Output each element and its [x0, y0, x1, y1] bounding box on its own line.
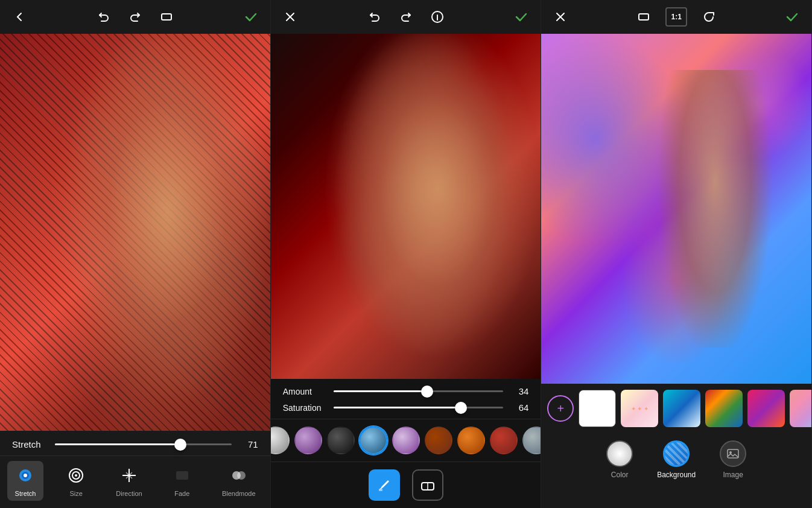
- bg-swatch-2[interactable]: [663, 390, 700, 427]
- amount-row: Amount 34: [283, 386, 529, 396]
- sliders-section: Amount 34 Saturation 64: [271, 379, 541, 419]
- svg-point-6: [75, 474, 77, 477]
- panel2-person: [271, 34, 541, 379]
- panel3-topbar: 1:1: [541, 0, 811, 34]
- saturation-row: Saturation 64: [283, 402, 529, 413]
- preset-purple[interactable]: [294, 427, 322, 454]
- blendmode-tab-label: Blendmode: [222, 490, 256, 497]
- bg-swatch-white[interactable]: [579, 390, 616, 427]
- panel2-info-button[interactable]: [428, 7, 447, 27]
- saturation-label: Saturation: [283, 403, 325, 413]
- preset-auburn[interactable]: [490, 427, 518, 454]
- amount-slider[interactable]: [334, 390, 504, 392]
- direction-icon: [118, 465, 140, 486]
- panel3-erase-button[interactable]: [634, 7, 653, 27]
- redo-button[interactable]: [125, 7, 145, 27]
- panel1-topbar: [0, 0, 270, 34]
- bg-type-tabs: Color Background Image: [541, 433, 811, 484]
- preset-blue[interactable]: [360, 427, 387, 454]
- panel-stretch: Stretch 71 Stretch: [0, 0, 271, 508]
- panel2-undo-button[interactable]: [365, 7, 384, 27]
- background-type-icon: [663, 440, 690, 467]
- panel1-left-icons: [10, 7, 29, 27]
- stretch-thumb[interactable]: [174, 439, 186, 451]
- svg-rect-0: [162, 14, 171, 20]
- saturation-fill: [334, 407, 461, 408]
- preset-brown[interactable]: [425, 427, 452, 454]
- ratio-label: 1:1: [671, 13, 682, 21]
- bg-swatch-4[interactable]: [747, 390, 785, 427]
- panel-hair-color: Amount 34 Saturation 64: [271, 0, 542, 508]
- panel3-confirm-button[interactable]: [782, 7, 802, 27]
- brush-tools: [271, 462, 541, 508]
- undo-button[interactable]: [94, 7, 113, 27]
- bg-swatch-1[interactable]: [621, 390, 658, 427]
- erase-button[interactable]: [157, 7, 176, 27]
- saturation-slider[interactable]: [334, 407, 504, 408]
- panel3-bottom: + Color Background: [541, 384, 811, 508]
- image-type-icon: [720, 440, 746, 467]
- direction-tab-label: Direction: [116, 490, 142, 497]
- stretch-fill: [55, 443, 180, 445]
- eraser-button[interactable]: [412, 469, 443, 501]
- tab-stretch[interactable]: Stretch: [7, 461, 43, 501]
- color-type-icon: [606, 440, 633, 467]
- color-type-label: Color: [611, 471, 629, 479]
- preset-black[interactable]: [327, 427, 355, 454]
- person-silhouette: [0, 34, 270, 431]
- stretch-control: Stretch 71: [0, 431, 270, 456]
- svg-point-3: [24, 474, 27, 477]
- tab-size[interactable]: Size: [58, 461, 94, 501]
- image-type-label: Image: [723, 471, 743, 479]
- ratio-button[interactable]: 1:1: [665, 7, 687, 27]
- tab-fade[interactable]: Fade: [164, 461, 200, 501]
- panel2-center-icons: [365, 7, 447, 27]
- add-icon: +: [557, 402, 565, 416]
- size-tab-label: Size: [69, 490, 82, 497]
- svg-rect-17: [728, 449, 738, 458]
- panel1-center-icons: [94, 7, 176, 27]
- stretch-label: Stretch: [12, 439, 45, 449]
- brush-button[interactable]: [369, 469, 400, 501]
- bg-type-background[interactable]: Background: [657, 440, 696, 479]
- amount-thumb[interactable]: [421, 386, 433, 398]
- preset-silver[interactable]: [271, 427, 290, 454]
- tool-tabs: Stretch Size: [0, 456, 270, 508]
- saturation-thumb[interactable]: [455, 402, 467, 414]
- panel2-confirm-button[interactable]: [512, 7, 531, 27]
- bg-swatch-5[interactable]: [790, 390, 811, 427]
- panel3-refresh-button[interactable]: [699, 7, 718, 27]
- panel3-center-icons: 1:1: [634, 7, 718, 27]
- svg-rect-16: [639, 14, 649, 20]
- stretch-tab-label: Stretch: [15, 490, 36, 497]
- bg-swatch-3[interactable]: [705, 390, 743, 427]
- preset-copper[interactable]: [457, 427, 485, 454]
- panel1-canvas: [0, 34, 270, 431]
- stretch-slider[interactable]: [55, 443, 232, 445]
- tab-direction[interactable]: Direction: [109, 461, 149, 501]
- fade-tab-label: Fade: [174, 490, 189, 497]
- panel2-topbar: [271, 0, 541, 34]
- saturation-value: 64: [512, 402, 528, 413]
- panel2-redo-button[interactable]: [396, 7, 416, 27]
- panel2-canvas: [271, 34, 541, 379]
- back-button[interactable]: [10, 7, 29, 27]
- color-presets: [271, 419, 541, 462]
- confirm-button[interactable]: [241, 7, 261, 27]
- preset-gray[interactable]: [522, 427, 542, 454]
- amount-label: Amount: [283, 387, 325, 396]
- panel2-close-button[interactable]: [281, 7, 300, 27]
- bg-type-image[interactable]: Image: [720, 440, 746, 479]
- add-background-button[interactable]: +: [547, 395, 574, 422]
- panel3-canvas: [541, 34, 811, 384]
- blendmode-icon: [228, 465, 250, 486]
- bg-type-color[interactable]: Color: [606, 440, 633, 479]
- size-icon: [65, 465, 87, 486]
- preset-lavender[interactable]: [392, 427, 420, 454]
- panel-background: 1:1 +: [541, 0, 812, 508]
- panel2-bottom: Amount 34 Saturation 64: [271, 379, 541, 508]
- panel3-close-button[interactable]: [551, 7, 570, 27]
- amount-value: 34: [512, 386, 528, 396]
- tab-blendmode[interactable]: Blendmode: [215, 461, 263, 501]
- background-type-label: Background: [657, 471, 696, 479]
